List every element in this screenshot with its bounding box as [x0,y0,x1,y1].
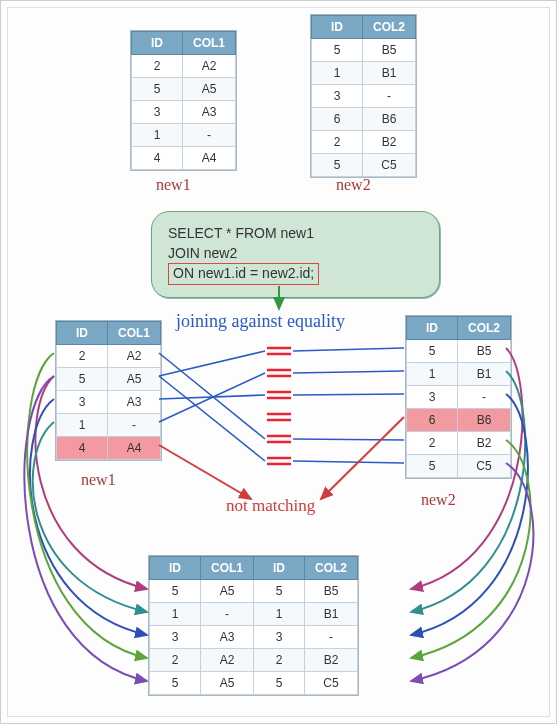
svg-line-14 [159,351,265,376]
col-header: ID [132,32,183,55]
table-row: 4A4 [132,147,236,170]
cell: 5 [312,39,363,62]
cell: 4 [57,437,108,460]
svg-line-21 [293,439,404,440]
cell: 5 [150,672,201,695]
col-header: COL1 [108,322,161,345]
table-row: 5B5 [312,39,416,62]
cell: A5 [201,672,254,695]
cell: 4 [132,147,183,170]
cell: 1 [407,363,458,386]
table-row: 3A3 [57,391,161,414]
cell: 2 [150,649,201,672]
table-row: 5A55B5 [150,580,358,603]
svg-line-24 [321,417,404,499]
label-new1-top: new1 [156,176,191,194]
cell: C5 [458,455,511,478]
cell: C5 [363,154,416,177]
cell: 1 [57,414,108,437]
sql-on-clause: ON new1.id = new2.id; [168,263,319,285]
cell: A3 [201,626,254,649]
cell: - [201,603,254,626]
table-row: 5B5 [407,340,511,363]
diagram-canvas: ID COL1 2A25A53A31-4A4 new1 ID COL2 5B51… [0,0,557,724]
cell: A3 [183,101,236,124]
col-header: ID [57,322,108,345]
cell: 5 [312,154,363,177]
table-new2-top: ID COL2 5B51B13-6B62B25C5 [311,15,416,177]
table-row: 1-1B1 [150,603,358,626]
cell: 3 [407,386,458,409]
cell: B2 [458,432,511,455]
cell: 3 [254,626,305,649]
col-header: ID [407,317,458,340]
col-header: ID [312,16,363,39]
table-row: 2A2 [57,345,161,368]
cell: 1 [132,124,183,147]
col-header: COL2 [305,557,358,580]
svg-line-20 [293,394,404,395]
table-row: 3A33- [150,626,358,649]
table-row: 1- [132,124,236,147]
cell: 6 [312,108,363,131]
svg-line-22 [293,461,404,463]
cell: B6 [458,409,511,432]
cell: 2 [312,131,363,154]
cell: - [363,85,416,108]
cell: B5 [458,340,511,363]
col-header: COL1 [201,557,254,580]
table-row: 6B6 [407,409,511,432]
table-row: 5A5 [57,368,161,391]
cell: 2 [132,55,183,78]
cell: 5 [254,580,305,603]
cell: A2 [201,649,254,672]
cell: 5 [57,368,108,391]
table-row: 4A4 [57,437,161,460]
cell: B2 [305,649,358,672]
svg-line-16 [159,395,265,399]
table-row: 5A5 [132,78,236,101]
cell: 5 [407,455,458,478]
cell: A5 [108,368,161,391]
table-row: 3- [407,386,511,409]
cell: A2 [183,55,236,78]
cell: B6 [363,108,416,131]
cell: 3 [57,391,108,414]
table-row: 1- [57,414,161,437]
cell: 5 [150,580,201,603]
cell: 5 [254,672,305,695]
cell: C5 [305,672,358,695]
sql-line: SELECT * FROM new1 [168,224,423,244]
table-row: 2A22B2 [150,649,358,672]
cell: 6 [407,409,458,432]
cell: 1 [312,62,363,85]
table-new1-mid: ID COL1 2A25A53A31-4A4 [56,321,161,460]
cell: 1 [254,603,305,626]
table-row: 6B6 [312,108,416,131]
cell: A4 [108,437,161,460]
table-row: 5A55C5 [150,672,358,695]
svg-line-15 [159,376,265,461]
table-row: 1B1 [312,62,416,85]
cell: - [108,414,161,437]
label-new2-top: new2 [336,176,371,194]
col-header: ID [254,557,305,580]
cell: - [305,626,358,649]
cell: 3 [312,85,363,108]
cell: - [458,386,511,409]
cell: 2 [254,649,305,672]
cell: - [183,124,236,147]
svg-line-18 [293,348,404,351]
table-row: 3A3 [132,101,236,124]
cell: A3 [108,391,161,414]
cell: 1 [150,603,201,626]
cell: 3 [150,626,201,649]
col-header: COL1 [183,32,236,55]
col-header: COL2 [363,16,416,39]
cell: B1 [363,62,416,85]
table-new1-top: ID COL1 2A25A53A31-4A4 [131,31,236,170]
cell: B5 [305,580,358,603]
cell: 5 [132,78,183,101]
table-result: ID COL1 ID COL2 5A55B51-1B13A33-2A22B25A… [149,556,358,695]
cell: 2 [57,345,108,368]
